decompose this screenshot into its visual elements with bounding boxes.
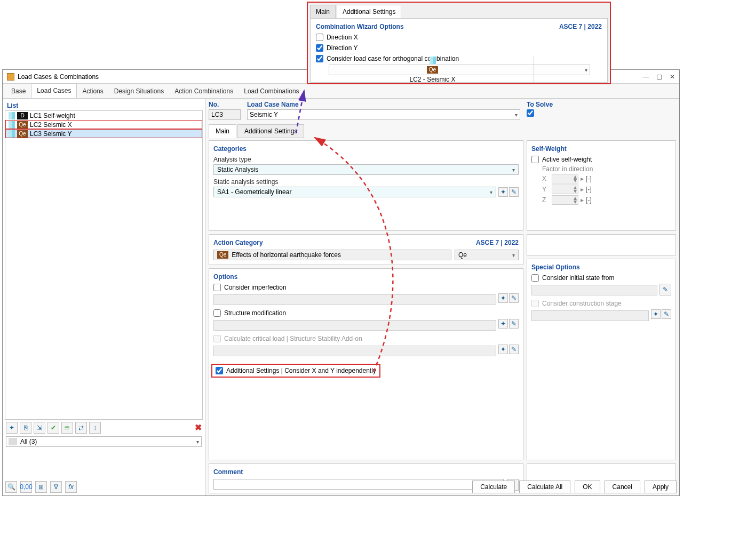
fx-icon[interactable]: fx xyxy=(65,481,77,493)
tab-design-situations[interactable]: Design Situations xyxy=(109,84,169,98)
insert-icon[interactable]: ⇲ xyxy=(34,422,45,434)
structure-mod-checkbox[interactable] xyxy=(213,309,221,317)
qe-badge: Qe xyxy=(427,66,438,74)
orthogonal-loadcase-dropdown[interactable]: Qe LC2 - Seismic X ▾ xyxy=(329,65,590,75)
edit-settings-icon[interactable]: ✎ xyxy=(509,187,519,197)
chevron-down-icon: ▾ xyxy=(196,439,199,445)
direction-y-label: Direction Y xyxy=(327,44,357,52)
tab-load-combinations[interactable]: Load Combinations xyxy=(239,84,304,98)
lc-name: LC2 Seismic X xyxy=(30,121,72,129)
direction-y-checkbox[interactable] xyxy=(316,44,323,52)
factor-z-spinner[interactable]: ▴▾ xyxy=(552,195,578,205)
direction-x-checkbox[interactable] xyxy=(316,34,323,41)
check-icon[interactable]: ✔ xyxy=(47,422,59,434)
play-icon[interactable]: ▸ xyxy=(581,175,584,182)
to-solve-checkbox[interactable] xyxy=(527,109,534,117)
list-item[interactable]: Qe LC3 Seismic Y xyxy=(5,129,202,138)
filter-dropdown[interactable]: All (3) ▾ xyxy=(6,436,202,447)
options-card: Options Consider imperfection ✦✎ Structu… xyxy=(209,268,523,460)
standard-label: ASCE 7 | 2022 xyxy=(476,239,519,246)
detail-tab-main[interactable]: Main xyxy=(209,124,236,138)
selfweight-card: Self-Weight Active self-weight Factor in… xyxy=(527,140,676,231)
new-settings-icon[interactable]: ✦ xyxy=(498,187,508,197)
additional-xy-checkbox[interactable] xyxy=(216,367,223,374)
consider-imperfection-checkbox[interactable] xyxy=(213,284,221,291)
main-tabs: Base Load Cases Actions Design Situation… xyxy=(3,84,679,99)
play-icon[interactable]: ▸ xyxy=(581,186,584,193)
constr-new-icon[interactable]: ✦ xyxy=(651,309,661,319)
load-case-list[interactable]: D LC1 Self-weight Qe LC2 Seismic X Qe LC… xyxy=(5,110,203,420)
lc-code-badge: Qe xyxy=(17,130,28,138)
load-cases-window: Load Cases & Combinations — ▢ ✕ Base Loa… xyxy=(2,69,680,496)
calculate-all-button[interactable]: Calculate All xyxy=(519,481,570,493)
categories-card: Categories Analysis type Static Analysis… xyxy=(209,140,523,231)
apply-button[interactable]: Apply xyxy=(645,481,677,493)
list-heading: List xyxy=(3,99,205,110)
initial-state-edit-icon[interactable]: ✎ xyxy=(659,284,671,295)
lc-name: LC1 Self-weight xyxy=(30,112,75,119)
play-icon[interactable]: ▸ xyxy=(581,196,584,204)
initial-state-checkbox[interactable] xyxy=(531,274,539,282)
detail-panel: No. LC3 Load Case Name Seismic Y▾ To Sol… xyxy=(205,99,679,495)
tab-load-cases[interactable]: Load Cases xyxy=(31,83,77,98)
sas-dropdown[interactable]: SA1 - Geometrically linear▾ xyxy=(213,187,496,197)
calculate-button[interactable]: Calculate xyxy=(472,481,515,493)
imperf-new-icon[interactable]: ✦ xyxy=(498,293,508,303)
filter-icon xyxy=(9,438,17,445)
analysis-type-dropdown[interactable]: Static Analysis▾ xyxy=(213,164,519,175)
no-label: No. xyxy=(209,101,241,108)
ok-button[interactable]: OK xyxy=(575,481,600,493)
maximize-button[interactable]: ▢ xyxy=(656,73,662,81)
checkall-icon[interactable]: ⩸ xyxy=(61,422,73,434)
critical-load-checkbox xyxy=(213,335,221,342)
direction-x-label: Direction X xyxy=(327,34,358,41)
tab-base[interactable]: Base xyxy=(6,84,31,98)
swap-icon[interactable]: ⇄ xyxy=(75,422,87,434)
list-toolbar: ✦ ⎘ ⇲ ✔ ⩸ ⇄ ↕ ✖ xyxy=(3,420,205,435)
action-code-dropdown[interactable]: Qe▾ xyxy=(455,250,519,260)
analysis-type-label: Analysis type xyxy=(213,156,519,163)
active-selfweight-checkbox[interactable] xyxy=(531,156,539,163)
factor-x-spinner[interactable]: ▴▾ xyxy=(552,174,578,183)
help-icon[interactable]: 🔍 xyxy=(5,481,17,493)
name-label: Load Case Name xyxy=(247,101,520,108)
list-item[interactable]: D LC1 Self-weight xyxy=(5,111,202,120)
action-category-dropdown[interactable]: QeEffects of horizontal earthquake force… xyxy=(213,250,451,260)
structmod-new-icon[interactable]: ✦ xyxy=(498,319,508,329)
list-item[interactable]: Qe LC2 Seismic X xyxy=(5,120,202,129)
chevron-down-icon: ▾ xyxy=(585,67,587,73)
chevron-down-icon: ▾ xyxy=(512,167,515,173)
orthogonal-combo-value: LC2 - Seismic X xyxy=(409,76,455,83)
delete-button[interactable]: ✖ xyxy=(195,422,202,433)
special-options-card: Special Options Consider initial state f… xyxy=(527,259,676,460)
tab-actions[interactable]: Actions xyxy=(77,84,108,98)
consider-orthogonal-checkbox[interactable] xyxy=(316,55,323,62)
cancel-button[interactable]: Cancel xyxy=(605,481,640,493)
filter-icon[interactable]: ∇ xyxy=(50,481,62,493)
structmod-edit-icon[interactable]: ✎ xyxy=(509,319,519,329)
tab-action-combinations[interactable]: Action Combinations xyxy=(169,84,239,98)
list-panel: List D LC1 Self-weight Qe LC2 Seismic X … xyxy=(3,99,205,495)
constr-edit-icon[interactable]: ✎ xyxy=(662,309,671,319)
tree-icon[interactable]: ⊞ xyxy=(35,481,47,493)
detail-tab-additional[interactable]: Additional Settings xyxy=(237,124,304,138)
no-field[interactable]: LC3 xyxy=(209,109,241,120)
new-icon[interactable]: ✦ xyxy=(6,422,18,434)
spacer-card xyxy=(527,234,676,255)
window-title: Load Cases & Combinations xyxy=(18,73,99,81)
crit-new-icon[interactable]: ✦ xyxy=(498,345,508,354)
minimize-button[interactable]: — xyxy=(642,73,649,81)
units-icon[interactable]: 0,00 xyxy=(20,481,32,493)
factor-dir-label: Factor in direction xyxy=(542,165,671,173)
popup-tab-additional[interactable]: Additional Settings xyxy=(337,5,401,18)
popup-standard-label: ASCE 7 | 2022 xyxy=(559,23,602,30)
popup-tab-main[interactable]: Main xyxy=(310,5,336,18)
crit-edit-icon[interactable]: ✎ xyxy=(509,345,519,354)
name-dropdown[interactable]: Seismic Y▾ xyxy=(247,109,520,120)
chevron-down-icon: ▾ xyxy=(515,112,518,118)
factor-y-spinner[interactable]: ▴▾ xyxy=(552,185,578,194)
close-button[interactable]: ✕ xyxy=(670,73,675,81)
copy-icon[interactable]: ⎘ xyxy=(20,422,31,434)
imperf-edit-icon[interactable]: ✎ xyxy=(509,293,519,303)
renumber-icon[interactable]: ↕ xyxy=(89,422,101,434)
